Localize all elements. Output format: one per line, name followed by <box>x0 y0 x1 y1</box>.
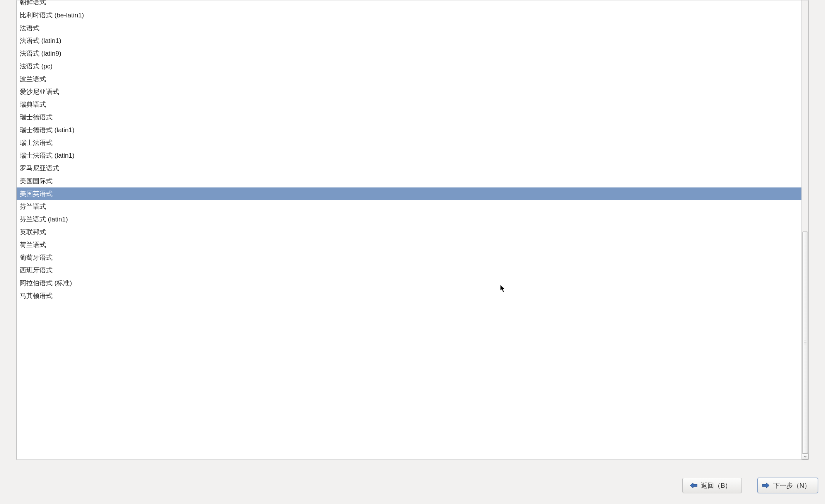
list-item-label: 瑞士德语式 (latin1) <box>20 126 75 135</box>
list-item[interactable]: 西班牙语式 <box>17 264 801 277</box>
list-item[interactable]: 爱沙尼亚语式 <box>17 85 801 98</box>
scrollbar-down-button[interactable] <box>802 453 808 460</box>
list-item-label: 法语式 (latin9) <box>20 49 61 58</box>
list-item-label: 罗马尼亚语式 <box>20 164 59 173</box>
list-item[interactable]: 比利时语式 (be-latin1) <box>17 9 801 22</box>
list-item[interactable]: 阿拉伯语式 (标准) <box>17 277 801 289</box>
list-item-label: 法语式 (pc) <box>20 62 53 71</box>
scrollbar-track[interactable] <box>802 0 808 453</box>
back-button[interactable]: 返回（B） <box>682 478 742 493</box>
list-item[interactable]: 波兰语式 <box>17 73 801 85</box>
list-item-label: 阿拉伯语式 (标准) <box>20 279 72 288</box>
list-item-label: 英联邦式 <box>20 228 46 237</box>
list-item-label: 荷兰语式 <box>20 240 46 249</box>
chevron-down-icon <box>804 455 807 458</box>
content-area: 朝鲜语式比利时语式 (be-latin1)法语式法语式 (latin1)法语式 … <box>0 0 825 472</box>
keyboard-layout-listbox[interactable]: 朝鲜语式比利时语式 (be-latin1)法语式法语式 (latin1)法语式 … <box>16 0 809 460</box>
scrollbar-thumb[interactable] <box>802 232 808 453</box>
list-item[interactable]: 瑞士法语式 (latin1) <box>17 149 801 162</box>
installer-window: 朝鲜语式比利时语式 (be-latin1)法语式法语式 (latin1)法语式 … <box>0 0 825 504</box>
list-item-label: 芬兰语式 (latin1) <box>20 215 68 224</box>
list-item-label: 瑞典语式 <box>20 100 46 109</box>
list-item[interactable]: 瑞典语式 <box>17 98 801 111</box>
list-item-label: 波兰语式 <box>20 75 46 83</box>
scrollbar-thumb-grip-icon <box>804 341 806 344</box>
list-item-label: 比利时语式 (be-latin1) <box>20 11 84 20</box>
scrollbar-vertical[interactable] <box>801 0 808 460</box>
list-item-label: 西班牙语式 <box>20 266 53 275</box>
next-button[interactable]: 下一步（N） <box>757 478 818 493</box>
list-item-label: 葡萄牙语式 <box>20 253 53 262</box>
list-item[interactable]: 罗马尼亚语式 <box>17 162 801 175</box>
back-button-label: 返回（B） <box>701 481 731 490</box>
list-item[interactable]: 芬兰语式 (latin1) <box>17 213 801 226</box>
list-item[interactable]: 美国英语式 <box>17 187 801 200</box>
list-item-label: 法语式 (latin1) <box>20 36 61 45</box>
list-item[interactable]: 荷兰语式 <box>17 238 801 251</box>
list-item[interactable]: 瑞士法语式 <box>17 136 801 149</box>
list-item[interactable]: 法语式 (latin9) <box>17 47 801 60</box>
listbox-viewport: 朝鲜语式比利时语式 (be-latin1)法语式法语式 (latin1)法语式 … <box>17 0 801 460</box>
list-item[interactable]: 美国国际式 <box>17 175 801 187</box>
list-item[interactable]: 葡萄牙语式 <box>17 251 801 264</box>
list-item[interactable]: 瑞士德语式 <box>17 111 801 124</box>
list-item-label: 爱沙尼亚语式 <box>20 87 59 96</box>
list-item-label: 美国英语式 <box>20 189 53 198</box>
next-button-label: 下一步（N） <box>773 481 811 490</box>
list-item[interactable]: 英联邦式 <box>17 226 801 238</box>
list-item[interactable]: 芬兰语式 <box>17 200 801 213</box>
list-item[interactable]: 法语式 <box>17 22 801 34</box>
arrow-left-icon <box>689 482 698 489</box>
list-item[interactable]: 瑞士德语式 (latin1) <box>17 124 801 136</box>
arrow-right-icon <box>762 482 770 489</box>
list-item[interactable]: 法语式 (pc) <box>17 60 801 73</box>
list-item-label: 瑞士法语式 <box>20 138 53 147</box>
list-item-label: 马其顿语式 <box>20 291 53 300</box>
list-item[interactable]: 朝鲜语式 <box>17 0 801 9</box>
list-item-label: 美国国际式 <box>20 177 53 186</box>
list-item-label: 瑞士德语式 <box>20 113 53 122</box>
list-item[interactable]: 法语式 (latin1) <box>17 34 801 47</box>
list-item-label: 法语式 <box>20 24 39 32</box>
list-item[interactable]: 马其顿语式 <box>17 289 801 302</box>
list-item-label: 瑞士法语式 (latin1) <box>20 151 75 160</box>
list-item-label: 朝鲜语式 <box>20 0 46 7</box>
wizard-footer: 返回（B） 下一步（N） <box>0 472 825 504</box>
list-item-label: 芬兰语式 <box>20 202 46 211</box>
